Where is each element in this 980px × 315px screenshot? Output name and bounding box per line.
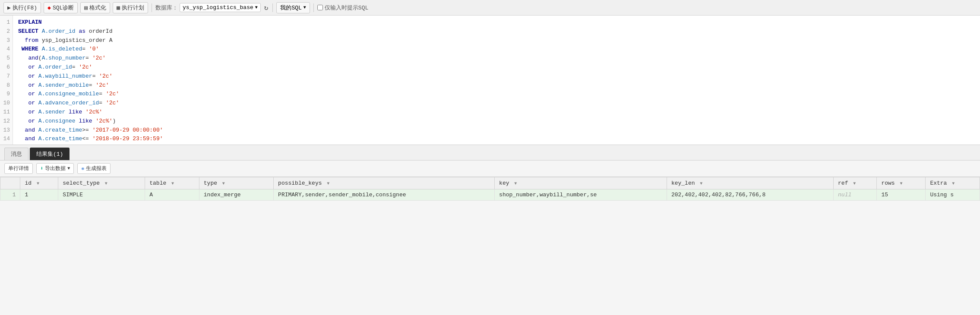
generate-label: 生成报表 <box>86 165 107 172</box>
format-label: 格式化 <box>89 4 106 12</box>
tab-result[interactable]: 结果集(1) <box>30 148 70 160</box>
table-cell: Using s <box>926 189 980 201</box>
table-cell: PRIMARY,sender,sender_mobile,consignee <box>274 189 495 201</box>
execute-icon: ▶ <box>7 4 11 11</box>
table-body: 11SIMPLEAindex_mergePRIMARY,sender,sende… <box>0 189 980 201</box>
divider-2 <box>272 3 273 12</box>
data-table-wrap: id ▼ select_type ▼ table ▼ type ▼ possib… <box>0 177 980 201</box>
sql-diag-icon: ◆ <box>47 4 51 11</box>
table-cell: shop_number,waybill_number,se <box>495 189 667 201</box>
table-cell: index_merge <box>199 189 273 201</box>
toolbar: ▶ 执行(F8) ◆ SQL诊断 ▤ 格式化 ▦ 执行计划 数据库： ys_ys… <box>0 0 980 16</box>
results-section: 消息 结果集(1) 单行详情 ⬇ 导出数据 ▼ ❋ 生成报表 id ▼ sele… <box>0 145 980 201</box>
col-type[interactable]: type ▼ <box>199 177 273 189</box>
db-selector: 数据库： ys_ysp_logistics_base ▼ <box>155 3 261 12</box>
col-key-len[interactable]: key_len ▼ <box>667 177 833 189</box>
export-data-button[interactable]: ⬇ 导出数据 ▼ <box>36 163 74 174</box>
col-table[interactable]: table ▼ <box>145 177 199 189</box>
table-row[interactable]: 11SIMPLEAindex_mergePRIMARY,sender,sende… <box>0 189 980 201</box>
format-button[interactable]: ▤ 格式化 <box>80 2 110 13</box>
divider-3 <box>313 3 314 12</box>
sql-editor[interactable]: 12345 678910 1112131415 16 EXPLAIN SELEC… <box>0 16 980 145</box>
sql-hint-checkbox[interactable] <box>317 5 323 10</box>
col-rows[interactable]: rows ▼ <box>877 177 926 189</box>
refresh-button[interactable]: ↻ <box>263 3 269 13</box>
db-select-dropdown[interactable]: ys_ysp_logistics_base ▼ <box>180 3 261 12</box>
col-ref[interactable]: ref ▼ <box>834 177 877 189</box>
code-content[interactable]: EXPLAIN SELECT A.order_id as orderId fro… <box>13 16 980 145</box>
db-name: ys_ysp_logistics_base <box>183 4 253 11</box>
execute-button[interactable]: ▶ 执行(F8) <box>3 2 41 13</box>
my-sql-chevron: ▼ <box>303 5 306 10</box>
format-icon: ▤ <box>84 4 88 11</box>
tab-message[interactable]: 消息 <box>4 148 28 160</box>
plan-icon: ▦ <box>117 4 120 11</box>
generate-icon: ❋ <box>81 165 84 172</box>
export-chevron: ▼ <box>67 166 70 171</box>
divider-1 <box>152 3 152 12</box>
col-id[interactable]: id ▼ <box>20 177 58 189</box>
sql-hint-option: 仅输入时提示SQL <box>317 4 368 12</box>
tabs-bar: 消息 结果集(1) <box>0 145 980 161</box>
line-numbers: 12345 678910 1112131415 16 <box>0 16 13 145</box>
my-sql-button[interactable]: 我的SQL ▼ <box>276 2 310 13</box>
execute-plan-button[interactable]: ▦ 执行计划 <box>113 2 148 13</box>
col-key[interactable]: key ▼ <box>495 177 667 189</box>
col-possible-keys[interactable]: possible_keys ▼ <box>274 177 495 189</box>
table-cell: 15 <box>877 189 926 201</box>
single-row-detail-button[interactable]: 单行详情 <box>4 163 33 174</box>
plan-label: 执行计划 <box>122 4 144 12</box>
table-cell: 202,402,402,402,82,766,766,8 <box>667 189 833 201</box>
sql-diag-label: SQL诊断 <box>53 4 74 12</box>
table-cell: 1 <box>0 189 20 201</box>
sql-hint-label: 仅输入时提示SQL <box>325 4 368 12</box>
results-table: id ▼ select_type ▼ table ▼ type ▼ possib… <box>0 177 980 201</box>
col-extra[interactable]: Extra ▼ <box>926 177 980 189</box>
db-label: 数据库： <box>155 4 178 12</box>
col-rownum <box>0 177 20 189</box>
execute-label: 执行(F8) <box>13 4 37 12</box>
table-header-row: id ▼ select_type ▼ table ▼ type ▼ possib… <box>0 177 980 189</box>
single-row-label: 单行详情 <box>8 165 29 172</box>
sql-diag-button[interactable]: ◆ SQL诊断 <box>44 2 78 13</box>
table-cell: 1 <box>20 189 58 201</box>
table-cell: null <box>834 189 877 201</box>
export-icon: ⬇ <box>40 165 43 172</box>
my-sql-label: 我的SQL <box>280 4 301 12</box>
chevron-down-icon: ▼ <box>255 5 258 10</box>
table-cell: A <box>145 189 199 201</box>
results-toolbar: 单行详情 ⬇ 导出数据 ▼ ❋ 生成报表 <box>0 161 980 177</box>
col-select-type[interactable]: select_type ▼ <box>58 177 145 189</box>
export-label: 导出数据 <box>45 165 66 172</box>
generate-report-button[interactable]: ❋ 生成报表 <box>77 163 111 174</box>
table-cell: SIMPLE <box>58 189 145 201</box>
